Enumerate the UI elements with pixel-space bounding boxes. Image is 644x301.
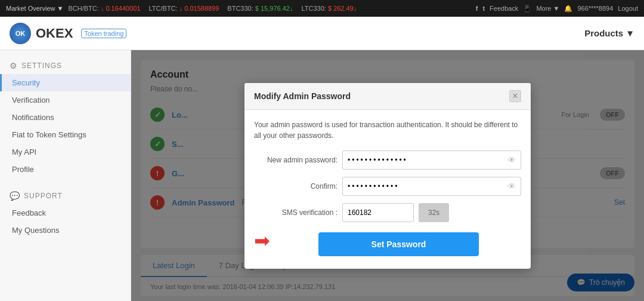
sidebar-item-verification[interactable]: Verification xyxy=(0,91,131,109)
layout: ⚙ Settings Security Verification Notific… xyxy=(0,50,644,301)
ticker-ltc330: LTC330: $ 262.49↓ xyxy=(301,5,357,12)
ticker-ltc: LTC/BTC: ↓ 0.01588899 xyxy=(149,5,219,12)
sidebar-item-notifications[interactable]: Notifications xyxy=(0,109,131,126)
top-bar: Market Overview ▼ BCH/BTC: ↓ 0.16440001 … xyxy=(0,0,644,17)
support-section: 💬 Support Feedback My Questions xyxy=(0,188,131,239)
phone-number: 966****8894 xyxy=(577,5,613,12)
products-label: Products xyxy=(584,28,623,38)
sms-label: SMS verification : xyxy=(254,208,338,217)
products-button[interactable]: Products ▼ xyxy=(584,28,634,38)
chevron-down-icon: ▼ xyxy=(626,28,634,38)
social-tw[interactable]: t xyxy=(482,5,485,12)
sidebar-item-security[interactable]: Security xyxy=(0,74,131,91)
arrow-right-icon: ➡ xyxy=(254,229,270,252)
token-trading-badge: Token trading xyxy=(81,29,126,38)
support-section-title: 💬 Support xyxy=(0,188,131,204)
logo[interactable]: OK OKEX Token trading xyxy=(10,23,126,44)
countdown-button[interactable]: 32s xyxy=(419,203,449,222)
modal-header: Modify Admin Password × xyxy=(244,83,531,110)
more-link[interactable]: More ▼ xyxy=(536,5,559,12)
modal-overlay: Modify Admin Password × Your admin passw… xyxy=(131,50,644,301)
sms-input[interactable] xyxy=(342,203,414,222)
new-password-input-wrapper: 👁 xyxy=(342,150,521,170)
modal-close-button[interactable]: × xyxy=(509,90,521,102)
confirm-label: Confirm: xyxy=(254,182,338,191)
set-password-button[interactable]: Set Password xyxy=(318,232,479,256)
logo-icon: OK xyxy=(10,23,31,44)
market-overview[interactable]: Market Overview ▼ xyxy=(6,5,63,12)
set-password-row: ➡ Set Password xyxy=(254,229,521,259)
main-content: Account Please do no... ✓ Lo... For Logi… xyxy=(131,50,644,301)
modal-desc: Your admin password is used for transact… xyxy=(254,119,521,141)
gear-icon: ⚙ xyxy=(10,61,18,70)
confirm-password-input[interactable] xyxy=(348,182,507,191)
logo-text: OKEX xyxy=(36,26,73,41)
ticker-bch: BCH/BTC: ↓ 0.16440001 xyxy=(68,5,140,12)
new-password-label: New admin password: xyxy=(254,156,338,164)
support-icon: 💬 xyxy=(10,191,20,201)
bell-icon[interactable]: 🔔 xyxy=(564,5,572,13)
eye-icon-confirm[interactable]: 👁 xyxy=(507,182,516,191)
support-title: Support xyxy=(24,192,63,200)
sms-row: SMS verification : 32s xyxy=(254,203,521,222)
new-password-input[interactable] xyxy=(348,156,507,164)
logout-link[interactable]: Logout xyxy=(618,5,638,12)
sidebar: ⚙ Settings Security Verification Notific… xyxy=(0,50,131,301)
eye-icon-new[interactable]: 👁 xyxy=(507,155,516,165)
settings-title: Settings xyxy=(21,62,62,70)
modal: Modify Admin Password × Your admin passw… xyxy=(244,83,531,269)
sidebar-item-fiat[interactable]: Fiat to Token Settings xyxy=(0,126,131,143)
feedback-link[interactable]: Feedback xyxy=(490,5,518,12)
phone-icon: 📱 xyxy=(523,5,531,13)
confirm-password-row: Confirm: 👁 xyxy=(254,177,521,196)
sms-input-group: 32s xyxy=(342,203,449,222)
modal-title: Modify Admin Password xyxy=(254,91,351,101)
sidebar-item-profile[interactable]: Profile xyxy=(0,161,131,178)
ticker-btc330: BTC330: $ 15,976.42↓ xyxy=(227,5,293,12)
social-fb[interactable]: f xyxy=(476,5,478,12)
settings-section-title: ⚙ Settings xyxy=(0,57,131,74)
arrow-container: ➡ xyxy=(254,229,276,252)
sidebar-item-feedback[interactable]: Feedback xyxy=(0,204,131,222)
confirm-password-input-wrapper: 👁 xyxy=(342,177,521,196)
header: OK OKEX Token trading Products ▼ xyxy=(0,17,644,50)
sidebar-item-api[interactable]: My API xyxy=(0,143,131,161)
sidebar-item-questions[interactable]: My Questions xyxy=(0,222,131,239)
new-password-row: New admin password: 👁 xyxy=(254,150,521,170)
modal-body: Your admin password is used for transact… xyxy=(244,110,531,269)
